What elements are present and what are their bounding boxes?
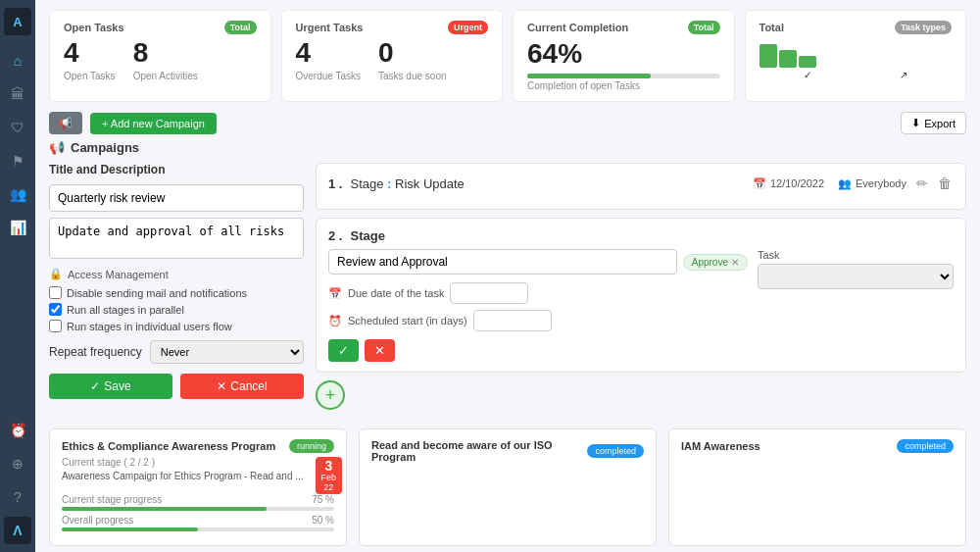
stage-progress-value: 75 % [312, 494, 334, 505]
sidebar-item-chart[interactable]: 📊 [4, 214, 31, 241]
individual-flow-label: Run stages in individual users flow [67, 321, 232, 332]
campaign-card-2: Read and become aware of our ISO Program… [359, 428, 657, 546]
sidebar-item-clock[interactable]: ⏰ [4, 417, 31, 444]
stats-bar: Open Tasks Total 4 Open Tasks 8 Open Act… [35, 0, 980, 108]
task-type-select[interactable] [758, 264, 954, 289]
stage-1-label: Stage : Risk Update [350, 176, 464, 191]
sidebar-item-help[interactable]: ? [4, 483, 31, 511]
left-panel: Title and Description Update and approva… [49, 163, 304, 410]
stage-2-right: Task [758, 249, 954, 289]
individual-flow-checkbox[interactable] [49, 320, 62, 332]
stat-urgent-num1: 4 [296, 38, 362, 69]
stage-1-assignee: Everybody [856, 177, 906, 189]
sidebar-item-group[interactable]: 👥 [4, 180, 31, 208]
due-date-row: 📅 Due date of the task [328, 282, 748, 304]
due-date-input[interactable] [450, 282, 528, 304]
arrow-icon: ↗ [900, 70, 907, 80]
stage-1-card: 1 . Stage : Risk Update 📅 12/10/2022 👥 [316, 163, 966, 210]
stage-2-card: 2 . Stage Approve ✕ [316, 218, 966, 373]
tag-label: Approve [692, 257, 728, 268]
campaign-card-1-status: running [289, 439, 334, 453]
overall-progress-value: 50 % [312, 515, 334, 526]
add-campaign-button[interactable]: + Add new Campaign [90, 113, 217, 134]
stage-2-confirm-button[interactable]: ✓ [328, 339, 359, 362]
stat-completion-badge: Total [688, 21, 720, 34]
run-parallel-label: Run all stages in parallel [67, 304, 184, 316]
chart-bar-3 [799, 56, 816, 68]
stat-completion-percent: 64% [527, 38, 720, 70]
sidebar-item-building[interactable]: 🏛 [4, 80, 31, 108]
sidebar-item-shield[interactable]: 🛡 [4, 114, 31, 141]
save-button[interactable]: ✓ Save [49, 374, 172, 399]
export-button[interactable]: ⬇ Export [901, 112, 966, 134]
scheduled-row: ⏰ Scheduled start (in days) [328, 310, 748, 331]
sidebar-item-lambda[interactable]: Λ [4, 517, 31, 544]
stage-2-decline-button[interactable]: ✕ [365, 339, 395, 362]
stat-total: Total Task types ✓ ↗ [745, 10, 967, 102]
sidebar-item-flag[interactable]: ⚑ [4, 147, 31, 175]
access-management-row: 🔒 Access Management [49, 268, 304, 280]
sidebar-item-home[interactable]: ⌂ [4, 47, 31, 75]
stat-urgent-tasks-badge: Urgent [448, 21, 488, 34]
campaigns-header: 📢 Campaigns [49, 140, 966, 155]
campaign-card-2-title: Read and become aware of our ISO Program [371, 439, 587, 463]
stage-1-date: 12/10/2022 [770, 177, 824, 189]
campaigns-megaphone-icon: 📢 [49, 140, 65, 155]
disable-mail-label: Disable sending mail and notifications [67, 287, 247, 299]
stage-1-date-icon: 📅 [753, 177, 766, 190]
stage-1-header: 1 . Stage : Risk Update 📅 12/10/2022 👥 [328, 174, 954, 193]
add-stage-button[interactable]: + [316, 380, 345, 410]
stat-open-tasks: Open Tasks Total 4 Open Tasks 8 Open Act… [49, 10, 271, 102]
campaign-card-1-date-month: Feb 22 [321, 473, 337, 492]
stat-open-tasks-num1: 4 [64, 38, 116, 69]
add-label: + Add new Campaign [102, 118, 205, 129]
scheduled-days-input[interactable] [473, 310, 552, 331]
campaign-card-3-title: IAM Awareness [681, 440, 760, 452]
task-select-label: Task [758, 249, 954, 261]
sidebar-item-plus[interactable]: ⊕ [4, 450, 31, 477]
stage-1-date-meta: 📅 12/10/2022 [753, 177, 824, 190]
campaign-card-1-overall-progress-bar [62, 527, 334, 531]
cancel-button[interactable]: ✕ Cancel [180, 374, 304, 399]
stat-urgent-label1: Overdue Tasks [296, 71, 362, 81]
action-buttons: ✓ Save ✕ Cancel [49, 374, 304, 399]
stat-total-chart [760, 38, 953, 68]
campaign-title-input[interactable] [49, 184, 304, 212]
campaign-card-3-status: completed [897, 439, 954, 453]
stage-2-left: Approve ✕ 📅 Due date of the task ⏰ [328, 249, 748, 362]
chart-icons: ✓ ↗ [760, 70, 953, 80]
stage-progress-text: Current stage progress [62, 494, 162, 505]
stage-1-people-icon: 👥 [838, 177, 852, 190]
lock-icon: 🔒 [49, 268, 63, 280]
stat-urgent-label2: Tasks due soon [378, 71, 447, 81]
campaign-description-input[interactable]: Update and approval of all risks [49, 218, 304, 259]
stat-open-tasks-badge: Total [224, 21, 257, 34]
campaigns-icon-button[interactable]: 📢 [49, 112, 82, 134]
stat-completion: Current Completion Total 64% Completion … [513, 10, 735, 102]
cancel-label: Cancel [230, 379, 267, 393]
tag-remove-icon[interactable]: ✕ [731, 257, 739, 268]
download-icon: ⬇ [911, 117, 920, 129]
run-parallel-checkbox[interactable] [49, 303, 62, 316]
stage-progress-fill [62, 507, 267, 511]
task-input-row: Approve ✕ [328, 249, 748, 275]
campaign-card-3: IAM Awareness completed [668, 428, 966, 546]
task-text-input[interactable] [328, 249, 677, 275]
campaign-card-1-overall-progress-label: Overall progress 50 % [62, 515, 334, 526]
stat-urgent-num2: 0 [378, 38, 447, 69]
stage-1-delete-button[interactable]: 🗑 [936, 174, 954, 193]
app-logo[interactable]: A [4, 8, 31, 35]
stage-1-actions: ✏ 🗑 [914, 174, 954, 193]
repeat-frequency-select[interactable]: Never Daily Weekly Monthly [150, 340, 304, 364]
plus-icon: + [325, 385, 336, 406]
stage-1-edit-button[interactable]: ✏ [914, 174, 930, 193]
chart-bar-1 [760, 44, 777, 68]
campaign-card-1-date-day: 3 [321, 459, 337, 473]
title-description-heading: Title and Description [49, 163, 304, 176]
stat-total-badge: Task types [895, 21, 952, 34]
overall-progress-fill [62, 527, 198, 531]
campaign-card-1-stage-progress-label: Current stage progress 75 % [62, 494, 334, 505]
campaign-card-2-status: completed [587, 444, 644, 458]
disable-mail-checkbox[interactable] [49, 286, 62, 299]
save-label: Save [104, 379, 130, 393]
